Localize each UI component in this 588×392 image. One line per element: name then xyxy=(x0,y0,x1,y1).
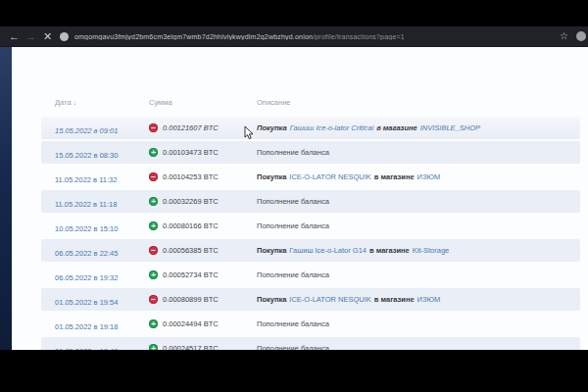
product-link[interactable]: ICE-O-LATOR NESQUIK xyxy=(289,295,371,304)
table-row: 11.05.2022 в 11:32 − 0.00104253 BTC Поку… xyxy=(41,166,580,188)
transaction-date: 15.05.2022 в 08:30 xyxy=(55,151,118,160)
url-host: omgomgavu3fmjyd2bm6cm3elgm7wmb7d2hhlvlyk… xyxy=(74,33,313,40)
header-amount-label: Сумма xyxy=(149,98,172,107)
transaction-description: Пополнение баланса xyxy=(257,197,580,206)
table-row: 15.05.2022 в 08:30 + 0.00103473 BTC Попо… xyxy=(41,141,580,164)
table-row: 15.05.2022 в 09:01 − 0.00121607 BTC Поку… xyxy=(41,117,580,139)
stop-icon[interactable]: ✕ xyxy=(39,31,56,42)
purchase-label: Покупка xyxy=(257,295,286,304)
transaction-date: 01.05.2022 в 19:54 xyxy=(55,298,118,307)
transaction-description: ПокупкаICE-O-LATOR NESQUIKв магазинеИЗЮМ xyxy=(257,295,580,304)
transaction-date: 11.05.2022 в 11:18 xyxy=(55,200,117,209)
table-row: 11.05.2022 в 11:18 + 0.00032269 BTC Попо… xyxy=(41,190,580,213)
address-bar[interactable]: omgomgavu3fmjyd2bm6cm3elgm7wmb7d2hhlvlyk… xyxy=(74,33,552,40)
purchase-label: Покупка xyxy=(257,123,287,132)
store-link[interactable]: ИЗЮМ xyxy=(417,172,441,181)
transaction-description: Пополнение баланса xyxy=(257,319,580,328)
transactions-page: Дата↓ Сумма Описание 15.05.2022 в 09:01 … xyxy=(12,47,588,350)
deposit-label: Пополнение баланса xyxy=(257,270,329,279)
transaction-amount: 0.00024494 BTC xyxy=(163,319,219,328)
in-store-label: в магазине xyxy=(376,123,417,132)
table-header: Дата↓ Сумма Описание xyxy=(41,94,580,110)
transaction-amount: 0.00052734 BTC xyxy=(163,270,219,279)
transaction-date: 01.05.2022 в 19:18 xyxy=(55,322,118,331)
minus-icon: − xyxy=(149,172,158,181)
purchase-label: Покупка xyxy=(257,246,286,255)
letterbox-top xyxy=(0,0,588,26)
site-identity-icon[interactable] xyxy=(60,32,69,41)
transactions-list: 15.05.2022 в 09:01 − 0.00121607 BTC Поку… xyxy=(12,117,588,350)
minus-icon: − xyxy=(149,123,158,132)
table-row: 01.05.2022 в 19:18 + 0.00024494 BTC Попо… xyxy=(41,313,580,335)
header-date[interactable]: Дата↓ xyxy=(41,98,149,107)
transaction-date: 06.05.2022 в 22:45 xyxy=(55,249,118,258)
deposit-label: Пополнение баланса xyxy=(257,319,329,328)
sort-desc-icon: ↓ xyxy=(74,99,77,106)
purchase-label: Покупка xyxy=(257,172,286,181)
transaction-date: 06.05.2022 в 19:32 xyxy=(55,273,118,282)
plus-icon: + xyxy=(149,319,158,328)
plus-icon: + xyxy=(149,148,158,157)
deposit-label: Пополнение баланса xyxy=(257,221,329,230)
bookmark-star-icon[interactable]: ☆ xyxy=(560,31,568,41)
transaction-amount: 0.00080166 BTC xyxy=(163,221,219,230)
deposit-label: Пополнение баланса xyxy=(257,197,329,206)
transaction-description: Пополнение баланса xyxy=(257,221,580,230)
transaction-amount: 0.00080899 BTC xyxy=(163,295,219,304)
transaction-description: Пополнение баланса xyxy=(257,148,580,157)
transaction-description: Пополнение баланса xyxy=(257,270,580,279)
desktop-edge-strip xyxy=(0,47,12,350)
transaction-description: ПокупкаГашиш Ice-o-lator Criticalв магаз… xyxy=(257,123,580,132)
table-row: 01.05.2022 в 19:54 − 0.00080899 BTC Поку… xyxy=(41,288,580,311)
in-store-label: в магазине xyxy=(369,246,410,255)
transaction-date: 10.05.2022 в 15:10 xyxy=(55,224,118,233)
mouse-cursor xyxy=(244,125,256,141)
plus-icon: + xyxy=(149,221,158,230)
product-link[interactable]: ICE-O-LATOR NESQUIK xyxy=(289,172,371,181)
transaction-amount: 0.00104253 BTC xyxy=(163,172,219,181)
video-frame: ← → ✕ omgomgavu3fmjyd2bm6cm3elgm7wmb7d2h… xyxy=(0,0,588,392)
transaction-amount: 0.00121607 BTC xyxy=(163,123,219,132)
store-link[interactable]: INVISIBLE_SHOP xyxy=(420,123,480,132)
url-path: /profile/transactions?page=1 xyxy=(313,33,405,40)
product-link[interactable]: Гашиш Ice-o-lator Critical xyxy=(290,123,373,132)
profile-icon[interactable] xyxy=(576,31,586,41)
transaction-amount: 0.00056385 BTC xyxy=(163,246,219,255)
header-date-label: Дата xyxy=(55,98,72,107)
transaction-date: 11.05.2022 в 11:32 xyxy=(55,175,117,184)
minus-icon: − xyxy=(149,295,158,304)
header-description: Описание xyxy=(257,98,580,107)
store-link[interactable]: Kit-Storage xyxy=(413,246,450,255)
transaction-amount: 0.00103473 BTC xyxy=(163,148,219,157)
in-store-label: в магазине xyxy=(374,172,415,181)
toolbar-right: ☆ xyxy=(560,31,582,41)
transaction-description: ПокупкаГашиш Ice-o-Lator G14в магазинеKi… xyxy=(257,246,580,255)
table-row: 06.05.2022 в 22:45 − 0.00056385 BTC Поку… xyxy=(41,239,580,262)
back-icon[interactable]: ← xyxy=(6,31,23,42)
plus-icon: + xyxy=(149,270,158,279)
plus-icon: + xyxy=(149,197,158,206)
header-description-label: Описание xyxy=(257,98,291,107)
transaction-date: 15.05.2022 в 09:01 xyxy=(55,126,118,135)
forward-icon[interactable]: → xyxy=(23,31,39,42)
deposit-label: Пополнение баланса xyxy=(257,148,329,157)
browser-toolbar: ← → ✕ omgomgavu3fmjyd2bm6cm3elgm7wmb7d2h… xyxy=(0,26,588,47)
transaction-amount: 0.00032269 BTC xyxy=(163,197,219,206)
table-row: 10.05.2022 в 15:10 + 0.00080166 BTC Попо… xyxy=(41,215,580,237)
product-link[interactable]: Гашиш Ice-o-Lator G14 xyxy=(289,246,367,255)
in-store-label: в магазине xyxy=(374,295,415,304)
header-amount: Сумма xyxy=(149,98,257,107)
store-link[interactable]: ИЗЮМ xyxy=(417,295,441,304)
table-row: 01.05.2022 в 18:40 + 0.00024517 BTC Попо… xyxy=(41,337,580,350)
letterbox-bottom xyxy=(0,350,588,392)
minus-icon: − xyxy=(149,246,158,255)
transaction-description: ПокупкаICE-O-LATOR NESQUIKв магазинеИЗЮМ xyxy=(257,172,580,181)
table-row: 06.05.2022 в 19:32 + 0.00052734 BTC Попо… xyxy=(41,264,580,286)
